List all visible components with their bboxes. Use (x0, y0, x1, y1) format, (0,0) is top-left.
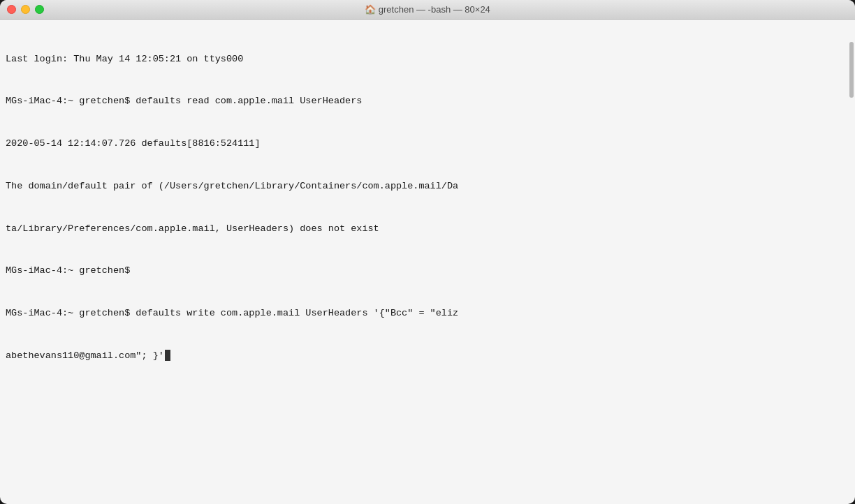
maximize-button[interactable] (35, 5, 44, 14)
terminal-line-5: ta/Library/Preferences/com.apple.mail, U… (6, 222, 849, 236)
terminal-line-1: Last login: Thu May 14 12:05:21 on ttys0… (6, 52, 849, 66)
terminal-empty-line (6, 392, 849, 406)
traffic-lights (7, 5, 44, 14)
terminal-line-2: MGs-iMac-4:~ gretchen$ defaults read com… (6, 94, 849, 108)
terminal-line-8: abethevans110@gmail.com"; }' (6, 349, 849, 363)
scrollbar-thumb[interactable] (849, 42, 854, 98)
terminal-window: 🏠 gretchen — -bash — 80×24 Last login: T… (0, 0, 855, 504)
minimize-button[interactable] (21, 5, 30, 14)
terminal-line-7: MGs-iMac-4:~ gretchen$ defaults write co… (6, 306, 849, 320)
close-button[interactable] (7, 5, 16, 14)
home-icon: 🏠 (365, 4, 376, 15)
scrollbar-track[interactable] (845, 39, 855, 504)
terminal-line-8-text: abethevans110@gmail.com"; }' (6, 350, 164, 361)
terminal-wrapper: Last login: Thu May 14 12:05:21 on ttys0… (0, 20, 855, 504)
terminal-cursor (165, 350, 170, 361)
terminal-line-6: MGs-iMac-4:~ gretchen$ (6, 264, 849, 278)
terminal-content[interactable]: Last login: Thu May 14 12:05:21 on ttys0… (0, 20, 855, 438)
terminal-line-4: The domain/default pair of (/Users/gretc… (6, 179, 849, 193)
title-bar: 🏠 gretchen — -bash — 80×24 (0, 0, 855, 20)
terminal-line-3: 2020-05-14 12:14:07.726 defaults[8816:52… (6, 137, 849, 151)
window-title: 🏠 gretchen — -bash — 80×24 (365, 4, 490, 15)
title-text: gretchen — -bash — 80×24 (379, 4, 490, 15)
